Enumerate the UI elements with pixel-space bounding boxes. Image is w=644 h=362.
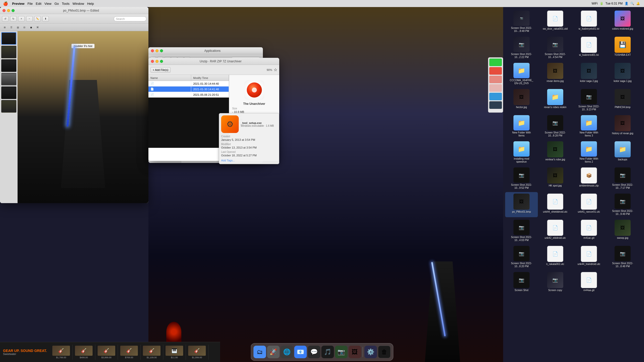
desktop-icon-pmxx01[interactable]: 🖼 po_PMxx01.bmp: [505, 192, 538, 217]
thumb-3[interactable]: [1, 59, 16, 72]
tb2-list[interactable]: ☰: [9, 25, 14, 30]
toolbar-rotate-left[interactable]: ↺: [2, 16, 9, 22]
desktop-icon-sw-door[interactable]: 📄 sw_door_rakat001.utd: [539, 9, 572, 34]
toolbar-zoom-out[interactable]: −: [26, 16, 33, 22]
desktop-icon-unk41-rancor[interactable]: 📄 unk41_rancor01.utc: [573, 192, 605, 217]
unarchiver-close[interactable]: [151, 60, 154, 63]
dock-mail[interactable]: 📧: [294, 346, 307, 358]
dock-photos[interactable]: 📷: [335, 346, 348, 358]
col-name[interactable]: Name: [148, 75, 191, 81]
desktop-icon-backups[interactable]: 📁 backups: [606, 140, 639, 165]
preview-thumbnail-sidebar[interactable]: [0, 31, 18, 203]
desktop-icon-screenshot-pmhc[interactable]: 📷 Screen Shot 2022-10...9:23 PM: [573, 87, 605, 113]
desktop-icon-pmhc04[interactable]: 🖼 PMHC04.bmp: [606, 87, 639, 113]
menu-file[interactable]: File: [27, 2, 33, 6]
menubar-user[interactable]: 👤: [625, 2, 628, 5]
thumb-6[interactable]: [1, 100, 16, 113]
dock-itunes[interactable]: 🎵: [321, 346, 334, 358]
toolbar-zoom-in[interactable]: +: [18, 16, 25, 22]
desktop-icon-revan-robes[interactable]: 📁 revan's robes reskin: [539, 87, 572, 113]
desktop-icon-colors[interactable]: 🖼 colors reskined.jpg: [606, 9, 639, 34]
desktop-icon-screenshot-403[interactable]: 📷 Screen Shot 2022-10...4:03 PM: [505, 218, 538, 243]
desktop-icon-new-folder-3[interactable]: 📁 New Folder With Items 3: [573, 114, 605, 139]
tb2-fill[interactable]: ◼: [28, 25, 34, 30]
desktop-icon-screenshot-820[interactable]: 📷 Screen Shot 2022-10...8:20 PM: [505, 244, 538, 269]
toolbar-share[interactable]: ⬆: [42, 16, 49, 22]
menu-tools[interactable]: Tools: [62, 2, 69, 6]
desktop-icon-screenshot-3[interactable]: 📷 Screen Shot 2022-10...4:54 PM: [539, 35, 572, 60]
list-row-0[interactable]: 📄 2021-01-30 14:44:40: [148, 81, 229, 86]
dock-preview[interactable]: 🖼: [349, 346, 361, 358]
desktop-icon-history-revan[interactable]: 🖼 history of revan.jpg: [606, 114, 639, 139]
unarchiver-maximize[interactable]: [160, 60, 163, 63]
desktop-icon-cccoma[interactable]: 📁 CCCOMA_X64FRE_EN-US_DV9: [505, 61, 538, 86]
menu-go[interactable]: Go: [54, 2, 59, 6]
thumb-2[interactable]: [1, 46, 16, 58]
maximize-button[interactable]: [12, 9, 15, 12]
dock-trash[interactable]: 🗑: [378, 346, 391, 358]
menu-edit[interactable]: Edit: [36, 2, 41, 6]
desktop-icon-screenshot-last[interactable]: 📷 Screen Shot: [505, 270, 538, 296]
menubar-search-icon[interactable]: 🔍: [630, 2, 634, 5]
finder-close[interactable]: [151, 49, 154, 52]
desktop-icon-screenshot-717[interactable]: 📷 Screen Shot 2022-10...7:17 PM: [606, 166, 639, 191]
desktop-icon-screen-copy[interactable]: 📷 Screen copy: [539, 270, 572, 296]
close-button[interactable]: [3, 9, 6, 12]
col-modify-time[interactable]: Modify Time: [191, 75, 229, 81]
thumb-4[interactable]: [1, 73, 16, 85]
desktop-icon-install-speedrun[interactable]: 📁 installing mod speedrun: [505, 140, 538, 165]
ad-item-4[interactable]: 🎸 $769.00: [118, 345, 141, 360]
desktop-icon-m41ac[interactable]: 📄 m41ac.git: [573, 218, 605, 243]
toolbar-rotate-right[interactable]: ↻: [10, 16, 17, 22]
tb2-grid[interactable]: ⊞: [2, 25, 8, 30]
desktop-icon-kotor1[interactable]: 🖼 kotor saga 1.jpg: [606, 61, 639, 86]
list-row-2[interactable]: 📄 2021-05-06 21:20:51: [148, 92, 229, 98]
color-blue[interactable]: [489, 93, 502, 100]
desktop-icon-n-rakata[interactable]: 📄 n_rakata002.utc: [539, 244, 572, 269]
tb2-cover[interactable]: ⊟: [22, 25, 27, 30]
unarchiver-star[interactable]: ☆: [274, 67, 277, 72]
minimize-button[interactable]: [7, 9, 10, 12]
color-light-red[interactable]: [489, 76, 502, 83]
ad-item-7[interactable]: 🎸 $1,099.00: [186, 345, 209, 360]
desktop-icon-unk42-eld[interactable]: 📄 unk42_elddroid.utc: [539, 218, 572, 243]
desktop-icon-lsabreyelo[interactable]: 📄 w_lsabreyelo01.txi: [573, 9, 605, 34]
desktop-icon-unk44-train[interactable]: 📄 unk44_traindroid.utc: [573, 244, 605, 269]
desktop-icon-toshiba[interactable]: 💾 TOSHIBA EXT: [606, 35, 639, 60]
ad-item-6[interactable]: 🎹 $11.00: [163, 345, 186, 360]
desktop-icon-ambientmusic[interactable]: 📦 ambientmusic.zip: [573, 166, 605, 191]
menu-help[interactable]: Help: [87, 2, 94, 6]
desktop-icon-venlear[interactable]: 🖼 venlear's robe.jpg: [539, 140, 572, 165]
menubar-wifi[interactable]: WiFi: [592, 2, 598, 5]
finder-maximize[interactable]: [160, 49, 163, 52]
thumb-1[interactable]: [1, 32, 16, 45]
desktop-icon-hk-spot[interactable]: 🖼 HK spot.jpg: [539, 166, 572, 191]
menubar-notification[interactable]: 🔔: [636, 2, 640, 5]
menu-window[interactable]: Window: [72, 2, 84, 6]
tb2-columns[interactable]: ▤: [15, 25, 21, 30]
ad-item-2[interactable]: 🎸 $499.00: [73, 345, 95, 360]
app-menu-preview[interactable]: Preview: [12, 2, 24, 6]
desktop-icon-new-folder-2[interactable]: 📁 New Folder With Items 2: [573, 140, 605, 165]
desktop-icon-screenshot-2[interactable]: 📷 Screen Shot 2022-10...2:22 PM: [505, 35, 538, 60]
preview-search[interactable]: Search: [114, 16, 146, 21]
dock-messages[interactable]: 💬: [308, 346, 320, 358]
list-row-1[interactable]: 📄 2021-01-30 14:41:48: [148, 86, 229, 92]
menubar-battery[interactable]: 🔋: [600, 2, 603, 5]
desktop-icon-lsabrered[interactable]: 📄 w_lsabrered01.txi: [573, 35, 605, 60]
desktop-icon-m44aa[interactable]: 📄 m44aa.git: [573, 270, 605, 296]
desktop-icon-revan-items[interactable]: 🖼 revan items.jpg: [539, 61, 572, 86]
add-tags-link[interactable]: Add Tags...: [221, 159, 277, 162]
color-red[interactable]: [489, 67, 502, 75]
desktop-icon-new-folder-1[interactable]: 📁 New Folder With Items: [505, 114, 538, 139]
color-dark[interactable]: [489, 101, 502, 109]
color-pale-red[interactable]: [489, 84, 502, 92]
menu-view[interactable]: View: [45, 2, 52, 6]
desktop-icon-screenshot-848[interactable]: 📷 Screen Shot 2022-10...8:48 PM: [606, 244, 639, 269]
tb2-annotate[interactable]: ⌘: [35, 25, 40, 30]
unarchiver-minimize[interactable]: [155, 60, 158, 63]
apple-menu-icon[interactable]: 🍎: [3, 1, 8, 6]
desktop-icon-screenshot-949[interactable]: 📷 Screen Shot 2022-10...9:49 PM: [606, 192, 639, 217]
ad-item-3[interactable]: 🎸 $3,899.00: [95, 345, 118, 360]
desktop-icon-screenshot-428[interactable]: 📷 Screen Shot 2022-10...8:28 PM: [539, 114, 572, 139]
